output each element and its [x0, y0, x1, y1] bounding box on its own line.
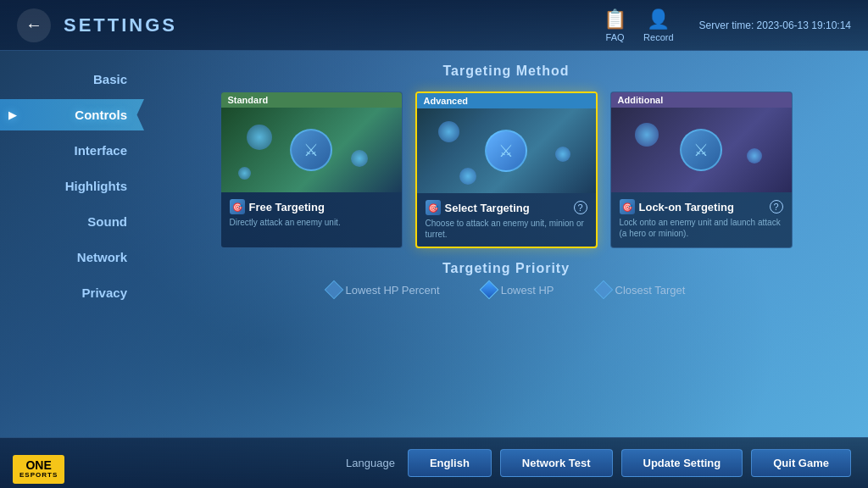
top-icons: 📋 FAQ 👤 Record	[604, 8, 673, 42]
card-method-name-standard: Free Targeting	[249, 201, 393, 214]
server-time: Server time: 2023-06-13 19:10:14	[699, 19, 851, 31]
card-image-additional: ⚔	[611, 108, 792, 192]
card-desc-standard: Directly attack an enemy unit.	[230, 217, 393, 228]
logo-one-text: ONE	[25, 459, 51, 472]
target-card-standard[interactable]: Standard ⚔ 🎯 Free Targeting Directly att…	[220, 92, 403, 248]
priority-label-3: Closest Target	[615, 284, 686, 297]
map-dot	[247, 125, 272, 150]
language-label: Language	[346, 457, 395, 469]
content-area: Targeting Method Standard ⚔ 🎯 Free Ta	[144, 51, 868, 437]
targeting-method-title: Targeting Method	[165, 64, 847, 79]
sidebar-item-privacy[interactable]: Privacy	[0, 277, 144, 308]
top-bar: ← SETTINGS 📋 FAQ 👤 Record Server time: 2…	[0, 0, 868, 51]
record-label: Record	[643, 32, 673, 42]
map-dots-additional	[611, 108, 792, 192]
help-icon-additional[interactable]: ?	[770, 200, 783, 214]
method-icon-additional: 🎯	[620, 199, 635, 214]
record-icon: 👤	[647, 8, 670, 30]
card-tag-advanced: Advanced	[417, 93, 596, 108]
diamond-icon-3	[593, 280, 613, 300]
map-dots-advanced	[417, 108, 596, 193]
sidebar-item-basic[interactable]: Basic	[0, 64, 144, 95]
card-desc-additional: Lock onto an enemy unit and launch attac…	[620, 217, 783, 239]
card-method-name-additional: Lock-on Targeting	[639, 201, 765, 214]
targeting-method-cards: Standard ⚔ 🎯 Free Targeting Directly att…	[165, 92, 847, 248]
sidebar: Basic Controls Interface Highlights Soun…	[0, 51, 144, 437]
update-setting-button[interactable]: Update Setting	[621, 449, 743, 477]
card-method-row-additional: 🎯 Lock-on Targeting ?	[620, 199, 783, 214]
map-dot	[238, 167, 251, 180]
card-info-advanced: 🎯 Select Targeting ? Choose to attack an…	[417, 193, 596, 247]
card-desc-advanced: Choose to attack an enemy unit, minion o…	[426, 218, 587, 240]
card-tag-additional: Additional	[611, 92, 792, 108]
help-icon-advanced[interactable]: ?	[574, 201, 587, 214]
faq-icon: 📋	[604, 8, 626, 30]
map-dot	[459, 168, 476, 185]
card-method-row-standard: 🎯 Free Targeting	[230, 199, 393, 214]
sidebar-item-interface[interactable]: Interface	[0, 135, 144, 166]
target-card-advanced[interactable]: Advanced ⚔ 🎯 Select Targeting ? C	[415, 92, 598, 248]
map-dot	[555, 147, 570, 162]
priority-label-1: Lowest HP Percent	[346, 284, 440, 297]
main-layout: Basic Controls Interface Highlights Soun…	[0, 51, 868, 437]
map-dot	[747, 148, 762, 164]
map-dot	[635, 123, 659, 147]
logo: ONE ESPORTS	[13, 455, 64, 484]
card-image-standard: ⚔	[221, 108, 402, 192]
back-button[interactable]: ←	[17, 8, 51, 42]
targeting-priority-section: Targeting Priority Lowest HP Percent Low…	[165, 261, 847, 297]
logo-esports-text: ESPORTS	[19, 472, 58, 480]
priority-lowest-hp[interactable]: Lowest HP	[482, 283, 554, 297]
method-icon-standard: 🎯	[230, 199, 245, 214]
card-info-standard: 🎯 Free Targeting Directly attack an enem…	[221, 192, 402, 235]
sidebar-item-network[interactable]: Network	[0, 241, 144, 273]
method-icon-advanced: 🎯	[426, 200, 441, 215]
card-method-row-advanced: 🎯 Select Targeting ?	[426, 200, 587, 215]
quit-game-button[interactable]: Quit Game	[751, 449, 851, 477]
network-test-button[interactable]: Network Test	[500, 449, 613, 477]
map-dot	[351, 150, 368, 167]
sidebar-item-highlights[interactable]: Highlights	[0, 170, 144, 202]
faq-label: FAQ	[606, 32, 625, 42]
sidebar-item-sound[interactable]: Sound	[0, 206, 144, 237]
card-tag-standard: Standard	[221, 92, 402, 108]
priority-options: Lowest HP Percent Lowest HP Closest Targ…	[165, 283, 847, 297]
map-dot	[438, 121, 459, 142]
priority-closest-target[interactable]: Closest Target	[597, 283, 686, 297]
diamond-icon-1	[324, 280, 343, 300]
card-image-advanced: ⚔	[417, 108, 596, 193]
priority-label-2: Lowest HP	[501, 284, 554, 297]
map-dots-standard	[221, 108, 402, 192]
faq-button[interactable]: 📋 FAQ	[604, 8, 626, 42]
card-info-additional: 🎯 Lock-on Targeting ? Lock onto an enemy…	[611, 192, 792, 246]
card-method-name-advanced: Select Targeting	[445, 202, 570, 214]
record-button[interactable]: 👤 Record	[643, 8, 673, 42]
sidebar-item-controls[interactable]: Controls	[0, 99, 144, 130]
page-title: SETTINGS	[64, 14, 177, 36]
bottom-bar: ONE ESPORTS Language English Network Tes…	[0, 437, 868, 488]
diamond-icon-2	[479, 280, 498, 300]
english-button[interactable]: English	[408, 449, 492, 477]
target-card-additional[interactable]: Additional ⚔ 🎯 Lock-on Targeting ? Lock …	[610, 92, 793, 248]
priority-lowest-hp-percent[interactable]: Lowest HP Percent	[327, 283, 440, 297]
targeting-priority-title: Targeting Priority	[165, 261, 847, 276]
